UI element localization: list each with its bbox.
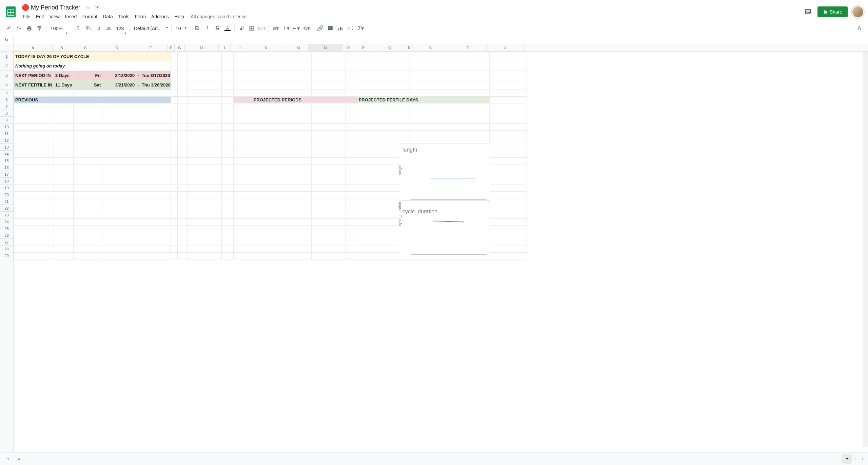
wrap-icon[interactable]: ↵▾ — [291, 24, 301, 33]
percent-icon[interactable]: % — [83, 24, 93, 33]
redo-icon[interactable]: ↷ — [14, 24, 24, 33]
menu-data[interactable]: Data — [100, 13, 115, 21]
menu-format[interactable]: Format — [80, 13, 100, 21]
cell[interactable]: Sat — [74, 80, 102, 90]
cell[interactable]: 3 Days — [54, 71, 74, 80]
col-header-P[interactable]: P — [354, 44, 373, 51]
col-header-D[interactable]: D — [100, 44, 134, 51]
save-status[interactable]: All changes saved in Drive — [191, 14, 246, 19]
move-icon[interactable] — [94, 4, 101, 11]
col-header-N[interactable]: N — [309, 44, 342, 51]
row-header-25[interactable]: 25 — [0, 225, 13, 232]
row-header-21[interactable]: 21 — [0, 198, 13, 205]
col-header-F[interactable]: F — [168, 44, 175, 51]
col-header-C[interactable]: C — [71, 44, 100, 51]
row-header-9[interactable]: 9 — [0, 117, 13, 123]
strikethrough-icon[interactable]: S — [213, 24, 222, 33]
doc-title[interactable]: 🔴 My Period Tracker — [20, 3, 82, 12]
fill-color-icon[interactable] — [237, 24, 246, 33]
row-header-18[interactable]: 18 — [0, 178, 13, 185]
bold-icon[interactable]: B — [192, 24, 202, 33]
row-header-15[interactable]: 15 — [0, 157, 13, 164]
row-header-24[interactable]: 24 — [0, 218, 13, 225]
menu-insert[interactable]: Insert — [63, 13, 79, 21]
font-size-select[interactable]: 10 — [174, 25, 188, 32]
row-header-27[interactable]: 27 — [0, 239, 13, 246]
menu-help[interactable]: Help — [172, 13, 186, 21]
row-header-10[interactable]: 10 — [0, 123, 13, 130]
cell[interactable]: 11 Days — [54, 80, 74, 90]
row-header-1[interactable]: 1 — [0, 52, 13, 61]
rotate-icon[interactable]: ⟲▾ — [301, 24, 311, 33]
length-chart[interactable]: length length — [399, 143, 490, 201]
print-icon[interactable] — [24, 24, 34, 33]
cell[interactable]: PROJECTED FERTILE DAYS — [357, 97, 452, 103]
sheets-logo-icon[interactable] — [4, 5, 18, 19]
cell[interactable]: NEXT PERIOD IN — [14, 71, 54, 80]
expand-icon[interactable]: ᐱ — [854, 24, 864, 33]
col-header-O[interactable]: O — [342, 44, 354, 51]
col-header-A[interactable]: A — [14, 44, 53, 51]
zoom-select[interactable]: 100% — [48, 25, 69, 32]
number-format-select[interactable]: 123 — [114, 25, 127, 32]
borders-icon[interactable] — [247, 24, 256, 33]
valign-icon[interactable]: ⊥▾ — [281, 24, 291, 33]
row-header-13[interactable]: 13 — [0, 144, 13, 151]
menu-tools[interactable]: Tools — [116, 13, 132, 21]
col-header-H[interactable]: H — [185, 44, 219, 51]
col-header-L[interactable]: L — [283, 44, 288, 51]
add-sheet-icon[interactable]: + — [3, 453, 14, 464]
row-header-7[interactable]: 7 — [0, 103, 13, 110]
share-button[interactable]: Share — [817, 6, 848, 17]
cell[interactable]: NEXT FERTILE IN — [14, 80, 54, 90]
spreadsheet-grid[interactable]: ABCDEFGHIJKLMNOPQRSTU 123456789101112131… — [0, 44, 868, 452]
cell[interactable]: Fri — [74, 71, 102, 80]
cell[interactable]: 3/21/2020 — [102, 80, 136, 90]
row-header-19[interactable]: 19 — [0, 185, 13, 191]
row-header-29[interactable]: 29 — [0, 252, 13, 259]
col-header-K[interactable]: K — [249, 44, 283, 51]
font-select[interactable]: Default (Ari... — [132, 25, 169, 32]
row-header-12[interactable]: 12 — [0, 137, 13, 144]
row-header-17[interactable]: 17 — [0, 171, 13, 178]
halign-icon[interactable]: ≡▾ — [271, 24, 280, 33]
increase-decimal-icon[interactable]: .00 — [104, 24, 113, 33]
comments-icon[interactable] — [803, 6, 813, 17]
col-header-R[interactable]: R — [407, 44, 412, 51]
select-all-corner[interactable] — [0, 44, 14, 51]
row-header-28[interactable]: 28 — [0, 246, 13, 252]
vertical-scrollbar[interactable] — [863, 52, 868, 447]
col-header-T[interactable]: T — [449, 44, 487, 51]
currency-icon[interactable]: $ — [73, 24, 83, 33]
all-sheets-icon[interactable]: ≡ — [14, 453, 24, 464]
menu-form[interactable]: Form — [132, 13, 148, 21]
row-header-4[interactable]: 4 — [0, 80, 13, 90]
cell[interactable]: TODAY IS DAY 26 OF YOUR CYCLE — [14, 52, 171, 61]
row-header-16[interactable]: 16 — [0, 164, 13, 171]
comment-icon[interactable] — [326, 24, 335, 33]
filter-icon[interactable]: ⑂▾ — [346, 24, 355, 33]
menu-view[interactable]: View — [47, 13, 62, 21]
col-header-I[interactable]: I — [219, 44, 231, 51]
merge-icon[interactable]: ▾ — [257, 24, 267, 33]
row-header-8[interactable]: 8 — [0, 110, 13, 117]
row-header-23[interactable]: 23 — [0, 212, 13, 218]
col-header-Q[interactable]: Q — [373, 44, 407, 51]
row-header-26[interactable]: 26 — [0, 232, 13, 239]
italic-icon[interactable]: I — [202, 24, 212, 33]
paint-format-icon[interactable] — [35, 24, 44, 33]
text-color-icon[interactable]: A — [223, 24, 232, 33]
col-header-E[interactable]: E — [134, 44, 168, 51]
formula-input[interactable] — [14, 36, 868, 43]
menu-edit[interactable]: Edit — [34, 13, 46, 21]
row-header-6[interactable]: 6 — [0, 96, 13, 103]
account-avatar[interactable] — [852, 6, 864, 18]
cycle-duration-chart[interactable]: cycle_duration cycle_duration — [399, 205, 490, 259]
cell[interactable]: 3/13/2020 — [102, 71, 136, 80]
row-header-3[interactable]: 3 — [0, 71, 13, 80]
star-icon[interactable]: ☆ — [84, 4, 91, 11]
explore-icon[interactable]: ✦ — [842, 454, 852, 464]
decrease-decimal-icon[interactable]: .0 — [94, 24, 103, 33]
col-header-M[interactable]: M — [288, 44, 309, 51]
col-header-S[interactable]: S — [412, 44, 449, 51]
